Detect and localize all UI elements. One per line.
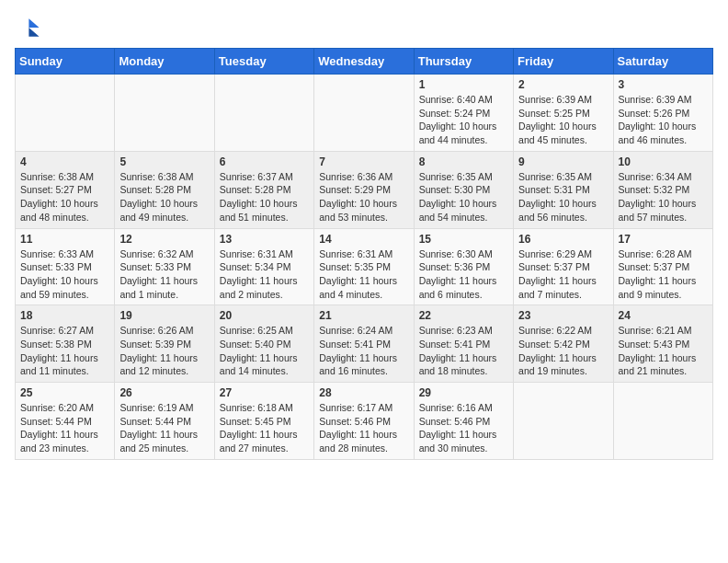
- calendar-cell: 10Sunrise: 6:34 AM Sunset: 5:32 PM Dayli…: [613, 151, 712, 228]
- calendar-cell: 29Sunrise: 6:16 AM Sunset: 5:46 PM Dayli…: [414, 383, 513, 460]
- day-info: Sunrise: 6:39 AM Sunset: 5:26 PM Dayligh…: [619, 93, 708, 147]
- calendar-cell: 12Sunrise: 6:32 AM Sunset: 5:33 PM Dayli…: [115, 228, 214, 305]
- calendar-week-3: 18Sunrise: 6:27 AM Sunset: 5:38 PM Dayli…: [16, 305, 713, 383]
- day-info: Sunrise: 6:21 AM Sunset: 5:43 PM Dayligh…: [619, 324, 708, 378]
- header-sunday: Sunday: [16, 49, 115, 75]
- calendar-cell: 6Sunrise: 6:37 AM Sunset: 5:28 PM Daylig…: [214, 151, 313, 228]
- calendar-cell: 17Sunrise: 6:28 AM Sunset: 5:37 PM Dayli…: [613, 228, 712, 305]
- day-info: Sunrise: 6:26 AM Sunset: 5:39 PM Dayligh…: [119, 324, 209, 378]
- header: [15, 15, 713, 40]
- day-number: 8: [419, 155, 508, 168]
- day-number: 29: [419, 386, 508, 399]
- calendar-cell: 2Sunrise: 6:39 AM Sunset: 5:25 PM Daylig…: [514, 75, 613, 152]
- day-number: 28: [319, 386, 408, 399]
- day-number: 27: [220, 386, 309, 399]
- day-info: Sunrise: 6:39 AM Sunset: 5:25 PM Dayligh…: [518, 93, 608, 147]
- header-thursday: Thursday: [414, 49, 513, 75]
- calendar-cell: 22Sunrise: 6:23 AM Sunset: 5:41 PM Dayli…: [414, 305, 513, 383]
- day-number: 10: [619, 155, 708, 168]
- day-number: 16: [518, 233, 608, 246]
- calendar-table: SundayMondayTuesdayWednesdayThursdayFrid…: [15, 48, 713, 460]
- calendar-cell: 14Sunrise: 6:31 AM Sunset: 5:35 PM Dayli…: [314, 228, 414, 305]
- calendar-cell: 19Sunrise: 6:26 AM Sunset: 5:39 PM Dayli…: [115, 305, 214, 383]
- calendar-cell: 27Sunrise: 6:18 AM Sunset: 5:45 PM Dayli…: [214, 383, 313, 460]
- header-friday: Friday: [514, 49, 613, 75]
- header-monday: Monday: [115, 49, 214, 75]
- calendar-cell: 4Sunrise: 6:38 AM Sunset: 5:27 PM Daylig…: [16, 151, 115, 228]
- day-number: 12: [119, 233, 209, 246]
- day-info: Sunrise: 6:24 AM Sunset: 5:41 PM Dayligh…: [319, 324, 408, 378]
- day-info: Sunrise: 6:28 AM Sunset: 5:37 PM Dayligh…: [619, 247, 708, 302]
- calendar-cell: 15Sunrise: 6:30 AM Sunset: 5:36 PM Dayli…: [414, 228, 513, 305]
- day-number: 15: [419, 233, 508, 246]
- calendar-week-1: 4Sunrise: 6:38 AM Sunset: 5:27 PM Daylig…: [16, 151, 713, 228]
- calendar-cell: 23Sunrise: 6:22 AM Sunset: 5:42 PM Dayli…: [514, 305, 613, 383]
- day-info: Sunrise: 6:16 AM Sunset: 5:46 PM Dayligh…: [419, 401, 508, 455]
- day-number: 23: [518, 309, 608, 322]
- calendar-cell: 3Sunrise: 6:39 AM Sunset: 5:26 PM Daylig…: [613, 75, 712, 152]
- day-number: 13: [220, 233, 309, 246]
- calendar-header-row: SundayMondayTuesdayWednesdayThursdayFrid…: [16, 49, 713, 75]
- calendar-week-0: 1Sunrise: 6:40 AM Sunset: 5:24 PM Daylig…: [16, 75, 713, 152]
- calendar-cell: [514, 383, 613, 460]
- calendar-cell: 24Sunrise: 6:21 AM Sunset: 5:43 PM Dayli…: [613, 305, 712, 383]
- day-number: 14: [319, 233, 408, 246]
- day-info: Sunrise: 6:35 AM Sunset: 5:30 PM Dayligh…: [419, 170, 508, 224]
- calendar-cell: 8Sunrise: 6:35 AM Sunset: 5:30 PM Daylig…: [414, 151, 513, 228]
- svg-marker-0: [28, 18, 39, 28]
- day-info: Sunrise: 6:20 AM Sunset: 5:44 PM Dayligh…: [20, 401, 109, 455]
- svg-marker-1: [28, 28, 39, 37]
- day-number: 21: [319, 309, 408, 322]
- day-info: Sunrise: 6:29 AM Sunset: 5:37 PM Dayligh…: [518, 247, 608, 302]
- calendar-week-4: 25Sunrise: 6:20 AM Sunset: 5:44 PM Dayli…: [16, 383, 713, 460]
- day-info: Sunrise: 6:30 AM Sunset: 5:36 PM Dayligh…: [419, 247, 508, 302]
- day-number: 18: [20, 309, 109, 322]
- calendar-cell: 9Sunrise: 6:35 AM Sunset: 5:31 PM Daylig…: [514, 151, 613, 228]
- day-info: Sunrise: 6:23 AM Sunset: 5:41 PM Dayligh…: [419, 324, 508, 378]
- header-saturday: Saturday: [613, 49, 712, 75]
- calendar-cell: 26Sunrise: 6:19 AM Sunset: 5:44 PM Dayli…: [115, 383, 214, 460]
- day-info: Sunrise: 6:19 AM Sunset: 5:44 PM Dayligh…: [119, 401, 209, 455]
- day-info: Sunrise: 6:31 AM Sunset: 5:35 PM Dayligh…: [319, 247, 408, 302]
- header-tuesday: Tuesday: [214, 49, 313, 75]
- day-info: Sunrise: 6:38 AM Sunset: 5:27 PM Dayligh…: [20, 170, 109, 224]
- header-wednesday: Wednesday: [314, 49, 414, 75]
- day-info: Sunrise: 6:18 AM Sunset: 5:45 PM Dayligh…: [220, 401, 309, 455]
- day-number: 22: [419, 309, 508, 322]
- calendar-cell: 5Sunrise: 6:38 AM Sunset: 5:28 PM Daylig…: [115, 151, 214, 228]
- logo-icon: [15, 15, 40, 40]
- calendar-cell: 18Sunrise: 6:27 AM Sunset: 5:38 PM Dayli…: [16, 305, 115, 383]
- calendar-cell: 25Sunrise: 6:20 AM Sunset: 5:44 PM Dayli…: [16, 383, 115, 460]
- day-number: 1: [419, 78, 508, 91]
- calendar-cell: 21Sunrise: 6:24 AM Sunset: 5:41 PM Dayli…: [314, 305, 414, 383]
- calendar-cell: 13Sunrise: 6:31 AM Sunset: 5:34 PM Dayli…: [214, 228, 313, 305]
- calendar-cell: [314, 75, 414, 152]
- day-info: Sunrise: 6:27 AM Sunset: 5:38 PM Dayligh…: [20, 324, 109, 378]
- calendar-cell: [115, 75, 214, 152]
- calendar-cell: [613, 383, 712, 460]
- calendar-cell: 7Sunrise: 6:36 AM Sunset: 5:29 PM Daylig…: [314, 151, 414, 228]
- day-number: 7: [319, 155, 408, 168]
- day-number: 5: [119, 155, 209, 168]
- day-number: 4: [20, 155, 109, 168]
- day-number: 11: [20, 233, 109, 246]
- calendar-cell: [214, 75, 313, 152]
- day-info: Sunrise: 6:34 AM Sunset: 5:32 PM Dayligh…: [619, 170, 708, 224]
- day-number: 26: [119, 386, 209, 399]
- day-info: Sunrise: 6:37 AM Sunset: 5:28 PM Dayligh…: [220, 170, 309, 224]
- calendar-cell: 20Sunrise: 6:25 AM Sunset: 5:40 PM Dayli…: [214, 305, 313, 383]
- day-info: Sunrise: 6:31 AM Sunset: 5:34 PM Dayligh…: [220, 247, 309, 302]
- logo: [15, 15, 44, 40]
- day-info: Sunrise: 6:25 AM Sunset: 5:40 PM Dayligh…: [220, 324, 309, 378]
- day-info: Sunrise: 6:40 AM Sunset: 5:24 PM Dayligh…: [419, 93, 508, 147]
- day-number: 20: [220, 309, 309, 322]
- calendar-cell: [16, 75, 115, 152]
- day-number: 17: [619, 233, 708, 246]
- day-info: Sunrise: 6:22 AM Sunset: 5:42 PM Dayligh…: [518, 324, 608, 378]
- day-info: Sunrise: 6:33 AM Sunset: 5:33 PM Dayligh…: [20, 247, 109, 302]
- day-info: Sunrise: 6:38 AM Sunset: 5:28 PM Dayligh…: [119, 170, 209, 224]
- calendar-cell: 1Sunrise: 6:40 AM Sunset: 5:24 PM Daylig…: [414, 75, 513, 152]
- day-number: 2: [518, 78, 608, 91]
- day-info: Sunrise: 6:35 AM Sunset: 5:31 PM Dayligh…: [518, 170, 608, 224]
- day-info: Sunrise: 6:17 AM Sunset: 5:46 PM Dayligh…: [319, 401, 408, 455]
